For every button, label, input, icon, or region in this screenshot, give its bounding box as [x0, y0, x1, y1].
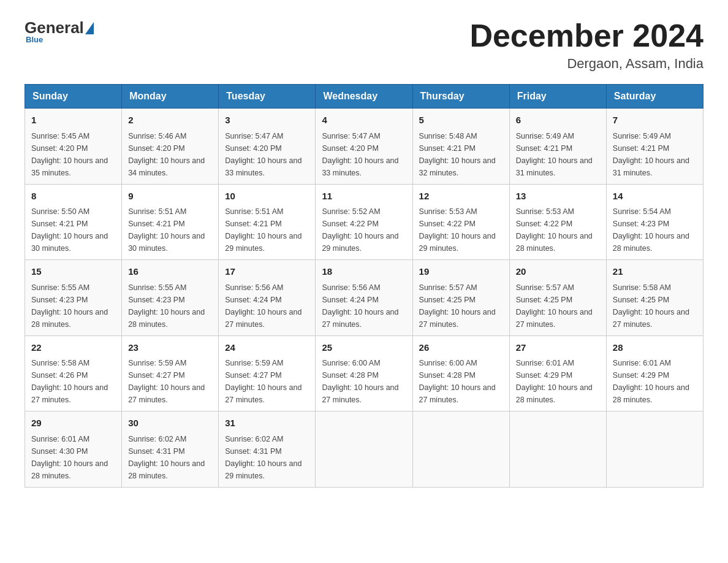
calendar-cell: 4Sunrise: 5:47 AMSunset: 4:20 PMDaylight…: [316, 109, 412, 185]
day-info: Sunrise: 5:46 AMSunset: 4:20 PMDaylight:…: [128, 130, 212, 179]
day-info: Sunrise: 6:00 AMSunset: 4:28 PMDaylight:…: [419, 357, 503, 406]
day-info: Sunrise: 5:58 AMSunset: 4:25 PMDaylight:…: [613, 282, 697, 331]
calendar-cell: 22Sunrise: 5:58 AMSunset: 4:26 PMDayligh…: [25, 335, 122, 412]
calendar-cell: 20Sunrise: 5:57 AMSunset: 4:25 PMDayligh…: [509, 260, 606, 336]
day-info: Sunrise: 5:58 AMSunset: 4:26 PMDaylight:…: [31, 357, 115, 406]
day-info: Sunrise: 5:45 AMSunset: 4:20 PMDaylight:…: [31, 130, 115, 179]
calendar-cell: 10Sunrise: 5:51 AMSunset: 4:21 PMDayligh…: [219, 184, 316, 260]
day-info: Sunrise: 5:59 AMSunset: 4:27 PMDaylight:…: [128, 357, 212, 406]
day-number: 3: [225, 113, 309, 128]
day-number: 25: [322, 341, 406, 355]
day-number: 21: [613, 265, 697, 279]
calendar-cell: [316, 412, 412, 488]
calendar-cell: 24Sunrise: 5:59 AMSunset: 4:27 PMDayligh…: [219, 335, 316, 412]
day-info: Sunrise: 5:49 AMSunset: 4:21 PMDaylight:…: [613, 130, 697, 179]
day-info: Sunrise: 5:57 AMSunset: 4:25 PMDaylight:…: [516, 282, 600, 331]
header-monday: Monday: [122, 85, 219, 109]
header-friday: Friday: [509, 85, 606, 109]
title-section: December 2024 Dergaon, Assam, India: [469, 18, 703, 72]
header-thursday: Thursday: [412, 85, 509, 109]
day-number: 11: [322, 190, 406, 204]
calendar-cell: 13Sunrise: 5:53 AMSunset: 4:22 PMDayligh…: [509, 184, 606, 260]
day-number: 15: [31, 265, 115, 279]
day-number: 9: [128, 190, 212, 204]
calendar-week-row: 15Sunrise: 5:55 AMSunset: 4:23 PMDayligh…: [25, 260, 703, 336]
calendar-cell: 30Sunrise: 6:02 AMSunset: 4:31 PMDayligh…: [122, 412, 219, 488]
day-info: Sunrise: 5:55 AMSunset: 4:23 PMDaylight:…: [128, 282, 212, 331]
calendar-cell: 5Sunrise: 5:48 AMSunset: 4:21 PMDaylight…: [412, 109, 509, 185]
calendar-cell: 8Sunrise: 5:50 AMSunset: 4:21 PMDaylight…: [25, 184, 122, 260]
day-info: Sunrise: 5:47 AMSunset: 4:20 PMDaylight:…: [322, 130, 406, 179]
day-number: 12: [419, 190, 503, 204]
day-info: Sunrise: 6:01 AMSunset: 4:29 PMDaylight:…: [613, 357, 697, 406]
day-info: Sunrise: 5:49 AMSunset: 4:21 PMDaylight:…: [516, 130, 600, 179]
day-info: Sunrise: 5:47 AMSunset: 4:20 PMDaylight:…: [225, 130, 309, 179]
day-info: Sunrise: 5:53 AMSunset: 4:22 PMDaylight:…: [516, 205, 600, 255]
calendar-cell: 18Sunrise: 5:56 AMSunset: 4:24 PMDayligh…: [316, 260, 412, 336]
calendar-week-row: 22Sunrise: 5:58 AMSunset: 4:26 PMDayligh…: [25, 335, 703, 412]
calendar-cell: [412, 412, 509, 488]
day-info: Sunrise: 5:50 AMSunset: 4:21 PMDaylight:…: [31, 205, 115, 255]
calendar-cell: [509, 412, 606, 488]
day-info: Sunrise: 5:57 AMSunset: 4:25 PMDaylight:…: [419, 282, 503, 331]
location-subtitle: Dergaon, Assam, India: [469, 56, 703, 72]
page-header: General Blue December 2024 Dergaon, Assa…: [25, 18, 703, 72]
day-number: 30: [128, 416, 212, 431]
day-info: Sunrise: 5:56 AMSunset: 4:24 PMDaylight:…: [322, 282, 406, 331]
calendar-cell: [606, 412, 703, 488]
calendar-cell: 11Sunrise: 5:52 AMSunset: 4:22 PMDayligh…: [316, 184, 412, 260]
day-number: 20: [516, 265, 600, 279]
calendar-cell: 27Sunrise: 6:01 AMSunset: 4:29 PMDayligh…: [509, 335, 606, 412]
calendar-week-row: 8Sunrise: 5:50 AMSunset: 4:21 PMDaylight…: [25, 184, 703, 260]
day-info: Sunrise: 5:54 AMSunset: 4:23 PMDaylight:…: [613, 205, 697, 255]
header-sunday: Sunday: [25, 85, 122, 109]
header-saturday: Saturday: [606, 85, 703, 109]
calendar-cell: 9Sunrise: 5:51 AMSunset: 4:21 PMDaylight…: [122, 184, 219, 260]
calendar-week-row: 29Sunrise: 6:01 AMSunset: 4:30 PMDayligh…: [25, 412, 703, 488]
day-number: 4: [322, 113, 406, 128]
day-info: Sunrise: 5:55 AMSunset: 4:23 PMDaylight:…: [31, 282, 115, 331]
calendar-cell: 23Sunrise: 5:59 AMSunset: 4:27 PMDayligh…: [122, 335, 219, 412]
day-number: 6: [516, 113, 600, 128]
day-info: Sunrise: 5:56 AMSunset: 4:24 PMDaylight:…: [225, 282, 309, 331]
month-year-title: December 2024: [469, 18, 703, 53]
day-number: 29: [31, 416, 115, 431]
day-number: 2: [128, 113, 212, 128]
day-info: Sunrise: 6:02 AMSunset: 4:31 PMDaylight:…: [225, 433, 309, 482]
calendar-cell: 1Sunrise: 5:45 AMSunset: 4:20 PMDaylight…: [25, 109, 122, 185]
calendar-cell: 19Sunrise: 5:57 AMSunset: 4:25 PMDayligh…: [412, 260, 509, 336]
calendar-cell: 12Sunrise: 5:53 AMSunset: 4:22 PMDayligh…: [412, 184, 509, 260]
calendar-week-row: 1Sunrise: 5:45 AMSunset: 4:20 PMDaylight…: [25, 109, 703, 185]
calendar-cell: 2Sunrise: 5:46 AMSunset: 4:20 PMDaylight…: [122, 109, 219, 185]
calendar-cell: 6Sunrise: 5:49 AMSunset: 4:21 PMDaylight…: [509, 109, 606, 185]
day-number: 1: [31, 113, 115, 128]
calendar-cell: 29Sunrise: 6:01 AMSunset: 4:30 PMDayligh…: [25, 412, 122, 488]
header-wednesday: Wednesday: [316, 85, 412, 109]
day-info: Sunrise: 5:59 AMSunset: 4:27 PMDaylight:…: [225, 357, 309, 406]
day-number: 23: [128, 341, 212, 355]
day-number: 17: [225, 265, 309, 279]
day-number: 10: [225, 190, 309, 204]
day-number: 18: [322, 265, 406, 279]
day-info: Sunrise: 5:48 AMSunset: 4:21 PMDaylight:…: [419, 130, 503, 179]
day-info: Sunrise: 5:51 AMSunset: 4:21 PMDaylight:…: [128, 205, 212, 255]
day-info: Sunrise: 5:52 AMSunset: 4:22 PMDaylight:…: [322, 205, 406, 255]
day-number: 8: [31, 190, 115, 204]
calendar-header-row: SundayMondayTuesdayWednesdayThursdayFrid…: [25, 85, 703, 109]
logo-triangle-icon: [85, 22, 94, 34]
day-number: 13: [516, 190, 600, 204]
calendar-cell: 7Sunrise: 5:49 AMSunset: 4:21 PMDaylight…: [606, 109, 703, 185]
day-number: 24: [225, 341, 309, 355]
day-info: Sunrise: 6:01 AMSunset: 4:30 PMDaylight:…: [31, 433, 115, 482]
calendar-cell: 3Sunrise: 5:47 AMSunset: 4:20 PMDaylight…: [219, 109, 316, 185]
day-info: Sunrise: 5:51 AMSunset: 4:21 PMDaylight:…: [225, 205, 309, 255]
calendar-cell: 17Sunrise: 5:56 AMSunset: 4:24 PMDayligh…: [219, 260, 316, 336]
logo-blue-text: Blue: [26, 35, 43, 44]
day-number: 19: [419, 265, 503, 279]
day-number: 7: [613, 113, 697, 128]
day-number: 28: [613, 341, 697, 355]
calendar-cell: 16Sunrise: 5:55 AMSunset: 4:23 PMDayligh…: [122, 260, 219, 336]
calendar-cell: 25Sunrise: 6:00 AMSunset: 4:28 PMDayligh…: [316, 335, 412, 412]
day-number: 16: [128, 265, 212, 279]
calendar-table: SundayMondayTuesdayWednesdayThursdayFrid…: [25, 84, 703, 488]
